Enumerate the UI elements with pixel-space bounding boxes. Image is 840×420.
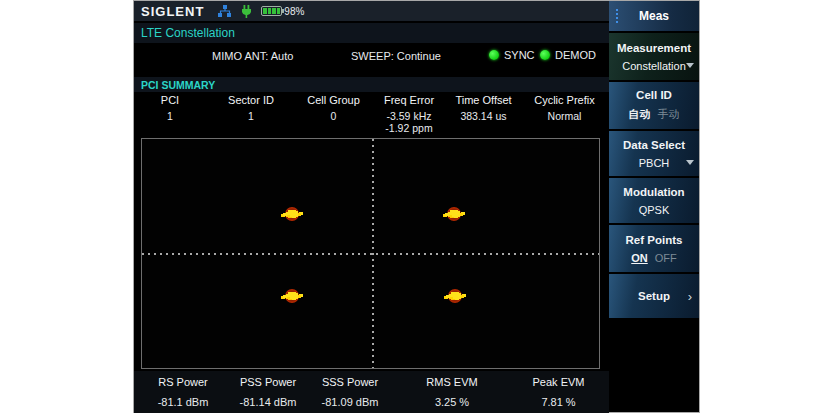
freq-error-value: -3.59 kHz -1.92 ppm — [371, 110, 447, 134]
pci-summary-header: PCI SUMMARY — [134, 77, 609, 92]
column-header: Peak EVM — [508, 376, 609, 388]
instrument-screen: SIGLENT — [133, 0, 700, 413]
sidebar-item-ref-points[interactable]: Ref Points ON OFF — [609, 225, 699, 272]
chevron-down-icon — [686, 63, 694, 68]
sidebar-item-data-select[interactable]: Data Select PBCH — [609, 131, 699, 176]
sidebar-item-setup[interactable]: Setup › — [609, 274, 699, 318]
q-axis-dashed-line — [372, 139, 374, 368]
time-offset-value: 383.14 us — [447, 110, 520, 134]
pci-summary-title: PCI SUMMARY — [141, 79, 215, 91]
modulation-value: QPSK — [639, 204, 670, 216]
column-header: Cell Group — [296, 94, 371, 106]
chevron-right-icon: › — [688, 289, 692, 304]
measured-points — [290, 212, 294, 215]
measured-points — [452, 212, 456, 215]
summary-header-row: RS Power PSS Power SSS Power RMS EVM Pea… — [134, 376, 609, 388]
page-title-bar: LTE Constellation — [134, 23, 609, 43]
top-status-bar: SIGLENT — [134, 1, 609, 22]
menu-value: PBCH — [639, 157, 670, 169]
pci-table-value-row: 1 1 0 -3.59 kHz -1.92 ppm 383.14 us Norm… — [134, 110, 609, 134]
constellation-plot — [141, 138, 600, 369]
page-title: LTE Constellation — [141, 26, 235, 40]
menu-value: QPSK — [639, 204, 670, 216]
sector-id-value: 1 — [206, 110, 296, 134]
measurement-value: Constellation — [622, 60, 686, 72]
column-header: RS Power — [134, 376, 232, 388]
column-header: Sector ID — [206, 94, 296, 106]
menu-value: 自动 手动 — [629, 107, 680, 122]
sync-label: SYNC — [504, 49, 535, 61]
sidebar-item-modulation[interactable]: Modulation QPSK — [609, 178, 699, 223]
menu-value: ON OFF — [631, 252, 677, 264]
menu-title: Meas — [639, 9, 669, 23]
battery-percent: 98% — [284, 6, 304, 17]
data-select-value: PBCH — [639, 157, 670, 169]
power-plug-icon — [241, 5, 252, 18]
chevron-down-icon — [686, 160, 694, 165]
ref-points-off-option: OFF — [655, 252, 677, 264]
cyclic-prefix-value: Normal — [520, 110, 609, 134]
measured-points — [290, 294, 294, 297]
sync-led-icon — [489, 50, 499, 60]
column-header: SSS Power — [304, 376, 396, 388]
menu-label: Data Select — [623, 139, 685, 151]
column-header: Cyclic Prefix — [520, 94, 609, 106]
vertical-dots-icon — [616, 9, 618, 11]
sidebar-item-measurement[interactable]: Measurement Constellation — [609, 33, 699, 80]
measured-points — [453, 294, 457, 297]
main-display: SIGLENT — [134, 1, 609, 412]
cell-id-auto-option: 自动 — [629, 107, 651, 122]
menu-label: Measurement — [617, 42, 691, 54]
lan-icon — [218, 5, 232, 18]
summary-value-row: -81.1 dBm -81.14 dBm -81.09 dBm 3.25 % 7… — [134, 396, 609, 408]
sweep-status: SWEEP: Continue — [351, 50, 441, 62]
column-header: RMS EVM — [396, 376, 508, 388]
measurement-status-row: MIMO ANT: Auto SWEEP: Continue SYNC DEMO… — [134, 44, 609, 68]
cell-id-manual-option: 手动 — [658, 107, 680, 122]
sidebar-item-cell-id[interactable]: Cell ID 自动 手动 — [609, 82, 699, 129]
rms-evm-value: 3.25 % — [396, 396, 508, 408]
ref-points-on-option: ON — [631, 252, 648, 264]
power-evm-summary: RS Power PSS Power SSS Power RMS EVM Pea… — [134, 371, 609, 413]
menu-label: Cell ID — [636, 89, 672, 101]
menu-value: Constellation — [622, 60, 686, 72]
pci-summary-table: PCI Sector ID Cell Group Freq Error Time… — [134, 94, 609, 134]
battery-icon — [261, 6, 282, 16]
sidebar-empty-area — [609, 320, 699, 412]
sync-indicator: SYNC — [489, 49, 535, 61]
column-header: PSS Power — [232, 376, 304, 388]
demod-indicator: DEMOD — [540, 49, 596, 61]
menu-label: Ref Points — [626, 234, 683, 246]
peak-evm-value: 7.81 % — [508, 396, 609, 408]
pci-value: 1 — [134, 110, 206, 134]
column-header: Time Offset — [447, 94, 520, 106]
demod-led-icon — [540, 50, 550, 60]
rs-power-value: -81.1 dBm — [134, 396, 232, 408]
cell-group-value: 0 — [296, 110, 371, 134]
mimo-ant-status: MIMO ANT: Auto — [212, 50, 293, 62]
i-axis-dashed-line — [142, 253, 599, 255]
siglent-logo: SIGLENT — [141, 4, 204, 19]
sss-power-value: -81.09 dBm — [304, 396, 396, 408]
pci-table-header-row: PCI Sector ID Cell Group Freq Error Time… — [134, 94, 609, 106]
column-header: Freq Error — [371, 94, 447, 106]
menu-header-meas[interactable]: Meas — [609, 1, 699, 31]
menu-label: Setup — [638, 290, 670, 302]
column-header: PCI — [134, 94, 206, 106]
menu-label: Modulation — [623, 186, 684, 198]
pss-power-value: -81.14 dBm — [232, 396, 304, 408]
demod-label: DEMOD — [555, 49, 596, 61]
meas-menu-sidebar: Meas Measurement Constellation Cell ID 自… — [609, 1, 699, 412]
